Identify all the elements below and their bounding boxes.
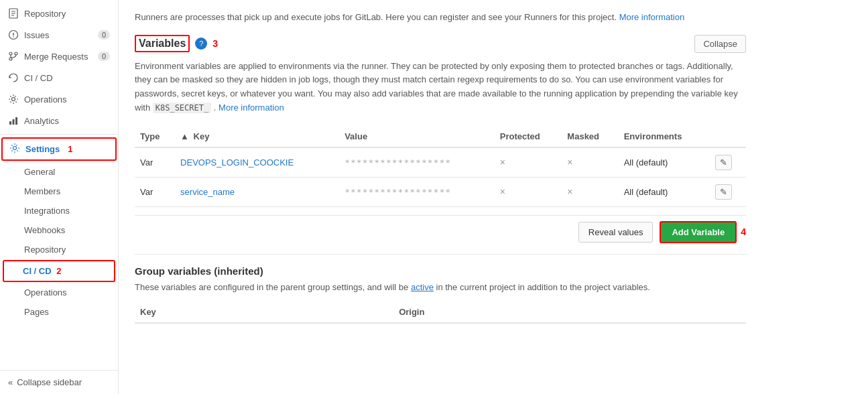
group-table-header-row: Key Origin <box>135 302 746 323</box>
main-content: Runners are processes that pick up and e… <box>119 0 868 394</box>
sidebar-item-issues[interactable]: Issues 0 <box>0 24 118 46</box>
svg-point-10 <box>12 98 15 101</box>
col-environments: Environments <box>619 126 710 147</box>
row2-type: Var <box>135 177 175 206</box>
code-key: K8S_SECRET_ <box>153 103 211 113</box>
collapse-sidebar-button[interactable]: « Collapse sidebar <box>0 370 118 394</box>
operations-icon <box>8 94 19 105</box>
sidebar-item-ci-cd[interactable]: CI / CD <box>0 67 118 88</box>
svg-point-9 <box>15 52 17 55</box>
sidebar-item-repository-label: Repository <box>24 9 66 19</box>
issues-icon <box>8 29 19 40</box>
add-variable-button[interactable]: Add Variable <box>660 221 737 243</box>
more-info-link[interactable]: More information <box>619 12 685 22</box>
row2-environments: All (default) <box>619 177 710 206</box>
col-masked: Masked <box>562 126 618 147</box>
sidebar-sub-item-operations[interactable]: Operations <box>0 283 118 302</box>
runners-info-text: Runners are processes that pick up and e… <box>135 11 746 24</box>
sidebar-item-analytics[interactable]: Analytics <box>0 110 118 131</box>
row2-key-link[interactable]: service_name <box>180 187 235 197</box>
merge-requests-badge: 0 <box>98 52 110 61</box>
help-icon[interactable]: ? <box>195 38 207 50</box>
sidebar-sub-item-ci-cd[interactable]: CI / CD 2 <box>3 260 115 282</box>
row2-key: service_name <box>175 177 339 206</box>
sidebar: Repository Issues 0 Merge Requests 0 CI … <box>0 0 119 394</box>
svg-point-14 <box>13 147 17 150</box>
col-key[interactable]: ▲ Key <box>175 126 339 147</box>
collapse-sidebar-label: Collapse sidebar <box>17 377 82 387</box>
collapse-chevron-icon: « <box>8 377 13 387</box>
sidebar-item-issues-label: Issues <box>24 30 50 40</box>
svg-rect-11 <box>9 121 11 125</box>
issues-badge: 0 <box>98 30 110 40</box>
row1-key-link[interactable]: DEVOPS_LOGIN_COOCKIE <box>180 157 294 168</box>
sidebar-item-operations[interactable]: Operations <box>0 88 118 110</box>
add-variable-num-label: 4 <box>741 226 746 237</box>
variables-title: Variables <box>135 35 190 52</box>
sidebar-item-operations-label: Operations <box>24 94 67 105</box>
group-variables-title: Group variables (inherited) <box>135 265 746 277</box>
variables-table-body: Var DEVOPS_LOGIN_COOCKIE ***************… <box>135 147 746 207</box>
sidebar-item-settings[interactable]: Settings 1 <box>1 137 117 161</box>
sidebar-settings-label: Settings <box>25 144 60 154</box>
group-active-link[interactable]: active <box>411 282 434 292</box>
group-table-header: Key Origin <box>135 302 746 323</box>
col-type: Type <box>135 126 175 147</box>
svg-point-7 <box>9 52 12 55</box>
row2-edit-button[interactable]: ✎ <box>715 184 732 200</box>
col-protected: Protected <box>495 126 562 147</box>
sidebar-sub-item-webhooks[interactable]: Webhooks <box>0 220 118 240</box>
variables-table-header: Type ▲ Key Value Protected Masked Enviro… <box>135 126 746 147</box>
table-row: Var service_name ****************** × × … <box>135 177 746 206</box>
row2-value: ****************** <box>339 177 495 206</box>
repository-icon <box>8 8 19 19</box>
svg-rect-13 <box>15 117 17 125</box>
sidebar-item-merge-requests[interactable]: Merge Requests 0 <box>0 46 118 67</box>
sidebar-nav-items: Repository Issues 0 Merge Requests 0 CI … <box>0 0 118 324</box>
sidebar-sub-item-members[interactable]: Members <box>0 182 118 201</box>
row1-masked: × <box>562 147 618 178</box>
ci-cd-num-label: 2 <box>56 266 61 276</box>
col-value: Value <box>339 126 495 147</box>
sidebar-separator <box>0 134 118 135</box>
settings-num-label: 1 <box>68 144 72 154</box>
row2-edit[interactable]: ✎ <box>710 177 746 206</box>
row1-type: Var <box>135 147 175 178</box>
variables-section-header: Variables ? 3 Collapse <box>135 35 746 53</box>
row1-protected: × <box>495 147 562 178</box>
row2-masked: × <box>562 177 618 206</box>
sidebar-sub-item-pages[interactable]: Pages <box>0 302 118 322</box>
sidebar-sub-item-repository[interactable]: Repository <box>0 240 118 259</box>
group-variables-table: Key Origin <box>135 302 746 324</box>
group-col-key: Key <box>135 302 393 323</box>
sidebar-sub-item-general[interactable]: General <box>0 162 118 182</box>
sidebar-sub-item-integrations[interactable]: Integrations <box>0 201 118 220</box>
table-actions: Reveal values Add Variable 4 <box>135 215 746 254</box>
variables-table: Type ▲ Key Value Protected Masked Enviro… <box>135 126 746 207</box>
row1-environments: All (default) <box>619 147 710 178</box>
sidebar-item-analytics-label: Analytics <box>24 116 59 126</box>
content-area: Runners are processes that pick up and e… <box>119 0 762 334</box>
svg-rect-12 <box>13 119 15 125</box>
sidebar-item-merge-requests-label: Merge Requests <box>24 52 88 62</box>
sidebar-item-repository[interactable]: Repository <box>0 3 118 24</box>
badge-num-3: 3 <box>212 38 218 49</box>
variables-more-info-link[interactable]: More information <box>219 103 284 113</box>
row1-edit-button[interactable]: ✎ <box>715 155 732 170</box>
ci-cd-icon <box>8 72 19 83</box>
sidebar-item-ci-cd-label: CI / CD <box>24 73 53 83</box>
variables-description: Environment variables are applied to env… <box>135 60 746 115</box>
row2-protected: × <box>495 177 562 206</box>
group-col-origin: Origin <box>393 302 746 323</box>
merge-requests-icon <box>8 51 19 62</box>
variables-table-header-row: Type ▲ Key Value Protected Masked Enviro… <box>135 126 746 147</box>
settings-icon <box>9 143 20 155</box>
row1-key: DEVOPS_LOGIN_COOCKIE <box>175 147 339 178</box>
table-row: Var DEVOPS_LOGIN_COOCKIE ***************… <box>135 147 746 178</box>
col-actions <box>710 126 746 147</box>
row1-edit[interactable]: ✎ <box>710 147 746 178</box>
group-variables-description: These variables are configured in the pa… <box>135 281 746 294</box>
reveal-values-button[interactable]: Reveal values <box>578 222 654 243</box>
collapse-button[interactable]: Collapse <box>694 35 746 53</box>
row1-value: ****************** <box>339 147 495 178</box>
